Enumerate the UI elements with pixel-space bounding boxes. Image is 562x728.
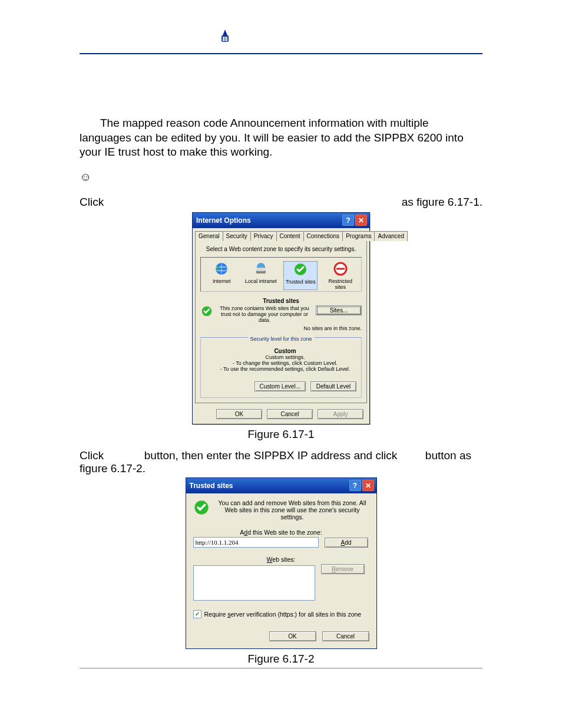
dialog-description: You can add and remove Web sites from th… (216, 499, 369, 521)
trusted-sites-heading: Trusted sites (200, 298, 362, 304)
cancel-button[interactable]: Cancel (322, 631, 369, 641)
web-sites-label: Web sites: (193, 556, 369, 563)
ok-button[interactable]: OK (216, 409, 262, 419)
web-sites-listbox[interactable] (193, 565, 315, 601)
intro-paragraph: The mapped reason code Announcement info… (80, 116, 482, 160)
require-https-checkbox[interactable] (193, 610, 201, 618)
add-button[interactable]: Add (325, 538, 368, 548)
add-site-label: Add this Web site to the zone: (193, 529, 369, 536)
trusted-icon (193, 499, 210, 517)
tab-content[interactable]: Content (276, 231, 304, 241)
ok-button[interactable]: OK (269, 631, 316, 641)
figure-caption: Figure 6.17-2 (80, 653, 482, 666)
zone-label: Trusted sites (286, 279, 316, 285)
require-https-label: Require server verification (https:) for… (204, 611, 362, 618)
figure-caption: Figure 6.17-1 (80, 428, 482, 441)
zone-label: Restricted sites (328, 278, 352, 290)
svg-rect-2 (224, 37, 226, 41)
custom-level-button[interactable]: Custom Level... (254, 381, 306, 391)
as-figure-label: as figure 6.17-1. (402, 196, 482, 209)
select-zone-instr: Select a Web content zone to specify its… (200, 246, 362, 252)
tab-connections[interactable]: Connections (303, 231, 343, 241)
tab-strip: General Security Privacy Content Connect… (193, 228, 369, 241)
internet-options-dialog: Internet Options ? ✕ General Security Pr… (192, 212, 370, 424)
svg-rect-1 (223, 37, 224, 41)
tab-privacy[interactable]: Privacy (250, 231, 277, 241)
help-button[interactable]: ? (349, 480, 361, 491)
apply-button[interactable]: Apply (318, 409, 363, 419)
security-level-legend: Security level for this zone (248, 336, 313, 342)
globe-icon (214, 261, 229, 276)
svg-rect-3 (226, 37, 227, 41)
tab-general[interactable]: General (195, 231, 223, 241)
dialog-title: Trusted sites (190, 482, 233, 490)
remove-button[interactable]: Remove (321, 564, 365, 574)
sites-button[interactable]: Sites... (316, 305, 362, 315)
tab-programs[interactable]: Programs (342, 231, 375, 241)
header-rule (80, 29, 482, 54)
footer-rule (80, 668, 482, 669)
zone-list: Internet Local intranet Trusted sites (200, 257, 362, 292)
svg-rect-11 (336, 268, 345, 270)
titlebar[interactable]: Trusted sites ? ✕ (186, 478, 376, 493)
zone-trusted-sites[interactable]: Trusted sites (283, 261, 318, 290)
titlebar[interactable]: Internet Options ? ✕ (193, 213, 369, 228)
cancel-button[interactable]: Cancel (267, 409, 313, 419)
no-sites-text: No sites are in this zone. (200, 325, 362, 331)
zone-label: Local intranet (245, 278, 277, 284)
close-button[interactable]: ✕ (355, 215, 367, 226)
close-button[interactable]: ✕ (362, 480, 374, 491)
zone-restricted-sites[interactable]: Restricted sites (324, 261, 357, 290)
tab-advanced[interactable]: Advanced (374, 231, 407, 241)
custom-line: Custom settings. (214, 354, 356, 360)
zone-label: Internet (213, 278, 231, 284)
help-button[interactable]: ? (342, 215, 354, 226)
custom-line: - To change the settings, click Custom L… (214, 360, 356, 366)
custom-line: - To use the recommended settings, click… (214, 366, 356, 372)
add-site-input[interactable] (193, 537, 319, 548)
restricted-icon (333, 261, 348, 276)
intranet-icon (253, 261, 269, 276)
trusted-sites-dialog: Trusted sites ? ✕ You can add and remove… (186, 477, 377, 649)
default-level-button[interactable]: Default Level (310, 381, 356, 391)
trusted-icon (200, 305, 213, 318)
dialog-title: Internet Options (196, 216, 251, 225)
svg-rect-8 (257, 268, 265, 271)
mid-paragraph: Click button, then enter the SIPPBX IP a… (80, 449, 482, 475)
zone-local-intranet[interactable]: Local intranet (244, 261, 277, 290)
smiley-icon: ☺ (80, 170, 482, 184)
trusted-icon (293, 262, 308, 277)
custom-title: Custom (214, 348, 356, 354)
zone-internet[interactable]: Internet (205, 261, 238, 290)
tab-security[interactable]: Security (223, 231, 251, 241)
zone-description: This zone contains Web sites that you tr… (217, 305, 312, 323)
logo-icon (215, 28, 235, 48)
click-label: Click (80, 196, 104, 209)
